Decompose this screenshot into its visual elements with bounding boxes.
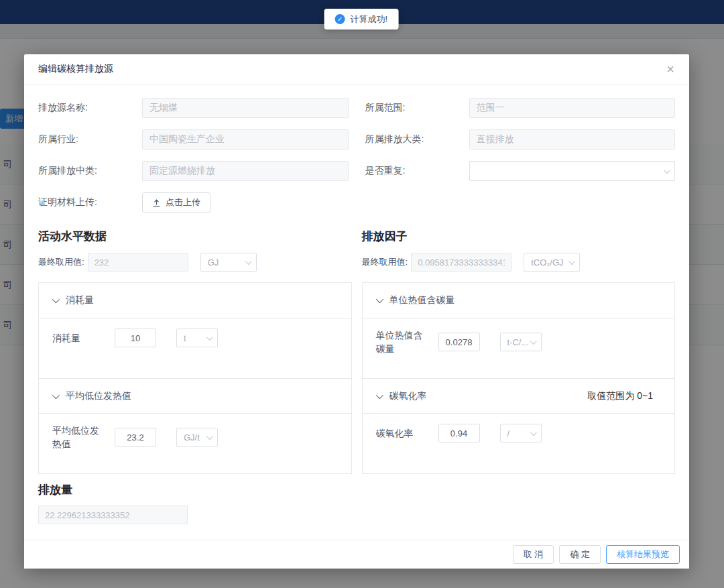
consumption-unit-select[interactable]: t [176, 329, 218, 347]
field-label: 所属行业: [38, 133, 142, 145]
modal-title: 编辑碳核算排放源 [38, 63, 113, 75]
field-label: 所属排放大类: [365, 133, 469, 145]
chevron-down-icon [568, 258, 575, 265]
confirm-button[interactable]: 确 定 [559, 545, 601, 564]
heating-value-section-header[interactable]: 平均低位发热值 [39, 378, 351, 413]
final-value-label: 最终取用值: [38, 256, 84, 268]
upload-button[interactable]: 点击上传 [142, 192, 210, 213]
field-middle-category: 所属排放中类: [38, 161, 349, 181]
consumption-input[interactable] [115, 329, 156, 347]
factor-final-input[interactable] [411, 253, 511, 272]
factor-column: 排放因子 最终取用值: tCO₂/GJ 单位热值含碳量 [362, 229, 676, 474]
unit-value: GJ/t [184, 432, 200, 443]
factor-final-row: 最终取用值: tCO₂/GJ [362, 253, 676, 272]
upload-button-label: 点击上传 [166, 196, 200, 209]
row-label: 消耗量 [52, 331, 103, 345]
duplicate-select[interactable] [469, 161, 676, 181]
heating-value-unit-select[interactable]: GJ/t [176, 428, 218, 447]
check-circle-icon: ✓ [335, 14, 345, 24]
close-icon[interactable]: × [662, 61, 678, 77]
heating-value-input[interactable] [115, 428, 156, 447]
edit-emission-source-modal: 编辑碳核算排放源 × 排放源名称: 所属范围: 所属行业: 所属排放大类: 所属… [24, 54, 689, 569]
chevron-down-icon [530, 429, 536, 436]
section-title: 单位热值含碳量 [389, 294, 455, 306]
section-title: 平均低位发热值 [66, 390, 131, 402]
chevron-down-icon[interactable] [52, 296, 60, 303]
field-upload: 证明材料上传: 点击上传 [38, 192, 349, 213]
chevron-down-icon [245, 258, 252, 265]
activity-unit-value: GJ [208, 257, 219, 268]
preview-result-button[interactable]: 核算结果预览 [606, 545, 680, 564]
success-toast: ✓ 计算成功! [324, 9, 399, 30]
unit-value: t [184, 333, 186, 343]
value-range-note: 取值范围为 0~1 [587, 390, 661, 402]
field-industry: 所属行业: [38, 129, 349, 150]
section-title: 消耗量 [66, 294, 94, 306]
row-label: 平均低位发热值 [52, 424, 103, 451]
field-label: 所属排放中类: [38, 165, 142, 177]
activity-final-row: 最终取用值: GJ [38, 253, 352, 272]
chevron-down-icon[interactable] [375, 296, 383, 303]
row-label: 碳氧化率 [376, 426, 426, 440]
form-grid: 排放源名称: 所属范围: 所属行业: 所属排放大类: 所属排放中类: 是否重复: [38, 98, 675, 213]
modal-body: 排放源名称: 所属范围: 所属行业: 所属排放大类: 所属排放中类: 是否重复: [24, 84, 689, 524]
chevron-down-icon [206, 334, 213, 341]
modal-footer: 取 消 确 定 核算结果预览 [24, 540, 689, 569]
major-category-input[interactable] [469, 129, 676, 150]
carbon-content-input[interactable] [438, 333, 480, 351]
activity-final-input[interactable] [88, 253, 188, 272]
field-label: 所属范围: [365, 102, 469, 114]
carbon-content-section-body: 单位热值含碳量 t-C/... [363, 318, 675, 378]
emission-section-title: 排放量 [38, 482, 675, 497]
row-label: 单位热值含碳量 [376, 329, 426, 355]
factor-unit-select[interactable]: tCO₂/GJ [524, 253, 580, 272]
section-title: 碳氧化率 [389, 390, 427, 402]
middle-category-input[interactable] [142, 161, 349, 181]
upload-icon [152, 198, 161, 207]
modal-header: 编辑碳核算排放源 × [24, 54, 689, 84]
toast-text: 计算成功! [351, 13, 388, 25]
chevron-down-icon [530, 338, 536, 345]
field-scope: 所属范围: [365, 98, 676, 118]
activity-column: 活动水平数据 最终取用值: GJ 消耗量 [38, 229, 352, 474]
unit-value: t-C/... [507, 337, 529, 347]
final-value-label: 最终取用值: [362, 256, 408, 268]
factor-unit-value: tCO₂/GJ [531, 257, 563, 268]
oxidation-rate-section-header[interactable]: 碳氧化率 取值范围为 0~1 [363, 378, 675, 413]
field-label: 是否重复: [365, 165, 469, 177]
field-major-category: 所属排放大类: [365, 129, 676, 150]
factor-section-title: 排放因子 [362, 229, 676, 244]
activity-panel: 消耗量 消耗量 t 平均低 [38, 282, 352, 474]
emission-value-input[interactable] [38, 506, 188, 524]
carbon-content-section-header[interactable]: 单位热值含碳量 [363, 283, 675, 318]
field-label: 排放源名称: [38, 102, 142, 114]
consumption-section-body: 消耗量 t [39, 318, 351, 378]
scope-input[interactable] [469, 98, 676, 118]
oxidation-rate-section-body: 碳氧化率 / [363, 413, 675, 473]
field-duplicate: 是否重复: [365, 161, 676, 181]
activity-unit-select[interactable]: GJ [200, 253, 257, 272]
unit-value: / [507, 428, 510, 438]
factor-panel: 单位热值含碳量 单位热值含碳量 t-C/... [362, 282, 676, 474]
heating-value-section-body: 平均低位发热值 GJ/t [39, 413, 351, 473]
chevron-down-icon [206, 433, 213, 440]
field-source-name: 排放源名称: [38, 98, 349, 118]
chevron-down-icon[interactable] [375, 391, 383, 398]
cancel-button[interactable]: 取 消 [513, 545, 554, 564]
oxidation-rate-input[interactable] [438, 424, 480, 443]
carbon-content-unit-select[interactable]: t-C/... [500, 333, 542, 351]
consumption-section-header[interactable]: 消耗量 [39, 283, 351, 318]
industry-input[interactable] [142, 129, 349, 150]
data-columns: 活动水平数据 最终取用值: GJ 消耗量 [38, 229, 675, 474]
chevron-down-icon[interactable] [52, 391, 60, 398]
source-name-input[interactable] [142, 98, 349, 118]
field-label: 证明材料上传: [38, 196, 142, 209]
chevron-down-icon [664, 167, 670, 174]
oxidation-rate-unit-select[interactable]: / [500, 424, 542, 443]
activity-section-title: 活动水平数据 [38, 229, 352, 244]
